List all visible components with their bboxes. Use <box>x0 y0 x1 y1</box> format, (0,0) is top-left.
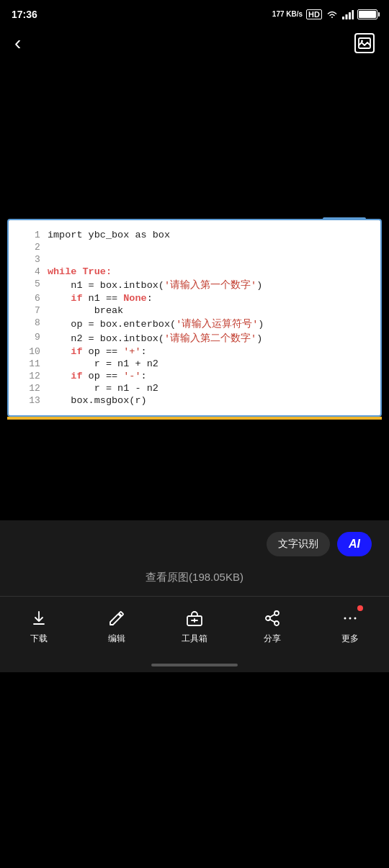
line-code: r = n1 + n2 <box>48 358 380 370</box>
wifi-icon <box>326 9 339 19</box>
line-num: 9 <box>9 331 48 345</box>
line-code: n1 = box.intbox('请输入第一个数字') <box>48 278 380 292</box>
code-line-12: 12 if op == '-': <box>9 370 380 382</box>
toolbar-share-label: 分享 <box>264 633 281 645</box>
view-original-text[interactable]: 查看原图(198.05KB) <box>0 562 389 596</box>
line-code <box>48 253 380 266</box>
svg-line-12 <box>270 620 275 623</box>
image-icon[interactable] <box>354 33 375 53</box>
home-indicator <box>0 651 389 672</box>
line-num: 3 <box>9 253 48 266</box>
line-code: break <box>48 304 380 317</box>
code-line-5: 5 n1 = box.intbox('请输入第一个数字') <box>9 278 380 292</box>
svg-point-15 <box>349 618 352 620</box>
code-line-1: 1 import ybc_box as box <box>9 229 380 241</box>
line-code <box>48 241 380 253</box>
top-nav: ‹ <box>0 26 389 60</box>
code-line-7: 7 break <box>9 304 380 317</box>
text-recognition-button[interactable]: 文字识别 <box>267 532 330 556</box>
toolbar-edit[interactable]: 编辑 <box>78 608 156 645</box>
back-button[interactable]: ‹ <box>14 32 21 55</box>
speed-indicator: 177 KB/s <box>272 10 303 19</box>
black-space-mid <box>0 420 389 520</box>
toolbar-toolbox-label: 工具箱 <box>182 633 207 645</box>
code-line-8: 8 op = box.enterbox('请输入运算符号') <box>9 317 380 331</box>
line-num: 4 <box>9 266 48 278</box>
line-num: 10 <box>9 345 48 358</box>
battery-fill <box>359 11 376 18</box>
line-num: 5 <box>9 278 48 292</box>
line-num: 8 <box>9 317 48 331</box>
battery-icon <box>357 9 377 19</box>
toolbox-icon <box>184 608 205 628</box>
toolbar-toolbox[interactable]: 工具箱 <box>156 608 233 645</box>
home-bar <box>151 664 238 666</box>
status-icons: 177 KB/s HD <box>272 9 377 19</box>
ai-button[interactable]: AI <box>337 532 372 556</box>
edit-icon <box>107 608 127 628</box>
line-code: if op == '+': <box>48 345 380 358</box>
code-line-13: 13 box.msgbox(r) <box>9 394 380 407</box>
line-code: n2 = box.intbox('请输入第二个数字') <box>48 331 380 345</box>
line-code: import ybc_box as box <box>48 229 380 241</box>
toolbar-download-label: 下载 <box>30 633 48 645</box>
bottom-area: 文字识别 AI 查看原图(198.05KB) 下载 编辑 <box>0 520 389 672</box>
download-icon <box>29 608 49 628</box>
code-line-11: 11 r = n1 + n2 <box>9 358 380 370</box>
code-line-9: 9 n2 = box.intbox('请输入第二个数字') <box>9 331 380 345</box>
toolbar-share[interactable]: 分享 <box>233 608 311 645</box>
time: 17:36 <box>12 9 37 20</box>
svg-rect-3 <box>352 10 354 19</box>
black-space-top <box>0 60 389 219</box>
signal-icon <box>342 9 354 19</box>
toolbar-more[interactable]: 更多 <box>311 608 389 645</box>
code-table: 1 import ybc_box as box 2 3 4 while True… <box>9 229 380 407</box>
svg-rect-1 <box>346 14 348 19</box>
line-code: box.msgbox(r) <box>48 394 380 407</box>
line-code: op = box.enterbox('请输入运算符号') <box>48 317 380 331</box>
code-line-10: 10 if op == '+': <box>9 345 380 358</box>
line-num: 12 <box>9 370 48 382</box>
svg-point-5 <box>361 40 363 42</box>
bottom-toolbar: 下载 编辑 工具箱 <box>0 596 389 651</box>
line-code: if op == '-': <box>48 370 380 382</box>
more-icon <box>340 608 360 628</box>
svg-line-13 <box>270 615 275 618</box>
code-line-4: 4 while True: <box>9 266 380 278</box>
line-code: while True: <box>48 266 380 278</box>
line-num: 11 <box>9 358 48 370</box>
svg-rect-0 <box>342 17 344 19</box>
hd-badge: HD <box>306 9 322 19</box>
code-line-3: 3 <box>9 253 380 266</box>
toolbar-edit-label: 编辑 <box>108 633 125 645</box>
status-bar: 17:36 177 KB/s HD <box>0 0 389 26</box>
svg-rect-2 <box>349 12 351 19</box>
line-num: 12 <box>9 382 48 394</box>
line-code: r = n1 - n2 <box>48 382 380 394</box>
share-icon <box>262 608 282 628</box>
svg-point-14 <box>344 618 346 620</box>
line-num: 2 <box>9 241 48 253</box>
line-num: 13 <box>9 394 48 407</box>
line-num: 7 <box>9 304 48 317</box>
toolbar-download[interactable]: 下载 <box>0 608 78 645</box>
code-line-2: 2 <box>9 241 380 253</box>
line-num: 6 <box>9 292 48 304</box>
line-code: if n1 == None: <box>48 292 380 304</box>
code-block: 1 import ybc_box as box 2 3 4 while True… <box>7 219 382 417</box>
code-line-12b: 12 r = n1 - n2 <box>9 382 380 394</box>
line-num: 1 <box>9 229 48 241</box>
floating-buttons: 文字识别 AI <box>0 520 389 562</box>
toolbar-more-label: 更多 <box>341 633 359 645</box>
code-line-6: 6 if n1 == None: <box>9 292 380 304</box>
svg-point-16 <box>354 618 357 620</box>
